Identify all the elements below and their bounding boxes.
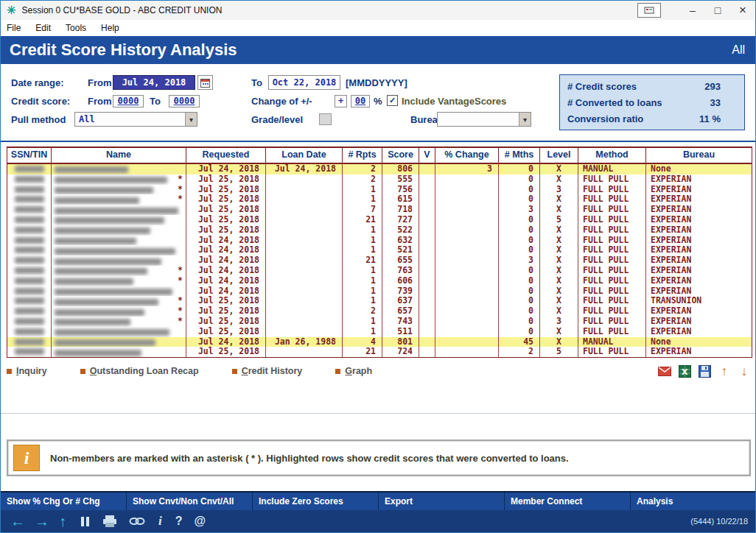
table-row[interactable]: *Jul 25, 201826570XFULL PULLEXPERIAN xyxy=(7,306,752,317)
cell-ssn xyxy=(7,266,52,276)
cell-bureau: EXPERIAN xyxy=(646,236,752,246)
table-row[interactable]: Jul 25, 201815220XFULL PULLEXPERIAN xyxy=(7,225,752,236)
fkey-include-zero-scores[interactable]: Include Zero Scores xyxy=(253,493,379,510)
action-button-graph[interactable]: Graph xyxy=(335,366,372,376)
cell-level: X xyxy=(540,225,578,236)
fkey-show-cnvt-non-cnvt-all[interactable]: Show Cnvt/Non Cnvt/All xyxy=(127,493,253,510)
cell-ssn xyxy=(7,286,52,297)
date-from-input[interactable]: Jul 24, 2018 xyxy=(113,75,195,90)
redacted-name xyxy=(55,309,144,316)
table-row[interactable]: *Jul 25, 2018174303FULL PULLEXPERIAN xyxy=(7,317,752,327)
table-row[interactable]: Jul 25, 20182172705FULL PULLEXPERIAN xyxy=(7,215,752,225)
table-row[interactable]: Jul 24, 2018Jul 24, 2018280630XMANUALNon… xyxy=(7,164,752,174)
cell-pct_change xyxy=(435,347,499,357)
column-header-v[interactable]: V xyxy=(419,148,435,163)
scroll-up-icon[interactable]: ↑ xyxy=(718,364,731,378)
bureau-select[interactable]: ▾ xyxy=(437,112,531,127)
column-header-rpts[interactable]: # Rpts xyxy=(343,148,382,163)
help-icon[interactable]: ? xyxy=(175,515,183,528)
cell-pct_change xyxy=(435,327,499,337)
pull-method-select[interactable]: All ▾ xyxy=(74,112,197,127)
grade-level-input[interactable] xyxy=(319,113,332,125)
action-button-credit-history[interactable]: Credit History xyxy=(232,366,303,376)
save-disk-icon[interactable] xyxy=(698,364,711,378)
table-row[interactable]: *Jul 25, 201816370XFULL PULLTRANSUNION xyxy=(7,296,752,306)
menu-item-tools[interactable]: Tools xyxy=(58,23,94,33)
column-header-mths[interactable]: # Mths xyxy=(499,148,540,163)
link-icon[interactable] xyxy=(129,517,145,526)
cell-loan_date xyxy=(266,194,343,205)
column-header-ssn-tin[interactable]: SSN/TIN xyxy=(7,148,52,163)
pdf-export-icon[interactable] xyxy=(658,364,671,378)
change-sign-input[interactable]: + xyxy=(335,95,347,107)
table-row[interactable]: Jul 24, 2018Jan 26, 1988480145XMANUALNon… xyxy=(7,337,752,347)
scroll-down-icon[interactable]: ↓ xyxy=(738,364,751,378)
column-header-score[interactable]: Score xyxy=(382,148,419,163)
table-row[interactable]: *Jul 24, 201817630XFULL PULLEXPERIAN xyxy=(7,266,752,276)
column-header-change[interactable]: % Change xyxy=(435,148,499,163)
column-header-name[interactable]: Name xyxy=(52,148,186,163)
forward-arrow-icon[interactable]: → xyxy=(35,514,49,529)
action-button-inquiry[interactable]: Inquiry xyxy=(7,366,47,376)
pause-icon[interactable] xyxy=(81,517,89,526)
table-row[interactable]: *Jul 24, 201816060XFULL PULLEXPERIAN xyxy=(7,276,752,286)
column-header-method[interactable]: Method xyxy=(578,148,646,163)
cell-requested: Jul 25, 2018 xyxy=(186,327,266,337)
credit-score-label: Credit score: xyxy=(11,96,70,107)
cell-score: 743 xyxy=(382,317,419,327)
chevron-down-icon[interactable]: ▾ xyxy=(185,113,197,126)
cell-rpts: 2 xyxy=(343,306,382,317)
table-row[interactable]: *Jul 25, 201825550XFULL PULLEXPERIAN xyxy=(7,174,752,185)
cell-requested: Jul 25, 2018 xyxy=(186,215,266,225)
credit-to-input[interactable]: 0000 xyxy=(169,95,200,107)
email-at-icon[interactable]: @ xyxy=(195,515,206,528)
table-row[interactable]: *Jul 25, 201816150XFULL PULLEXPERIAN xyxy=(7,194,752,205)
date-to-input[interactable]: Oct 22, 2018 xyxy=(268,75,340,90)
column-header-loan-date[interactable]: Loan Date xyxy=(266,148,343,163)
fkey-analysis[interactable]: Analysis xyxy=(631,493,755,510)
cell-mths: 0 xyxy=(499,245,540,255)
close-button[interactable]: × xyxy=(730,1,755,19)
cell-requested: Jul 24, 2018 xyxy=(186,276,266,286)
column-header-level[interactable]: Level xyxy=(540,148,578,163)
minimize-button[interactable]: – xyxy=(680,1,705,19)
cell-mths: 0 xyxy=(499,296,540,306)
table-row[interactable]: Jul 24, 201816320XFULL PULLEXPERIAN xyxy=(7,236,752,246)
non-member-asterisk: * xyxy=(178,185,183,195)
up-arrow-icon[interactable]: ↑ xyxy=(59,514,66,529)
table-row[interactable]: Jul 24, 201815210XFULL PULLEXPERIAN xyxy=(7,245,752,255)
calendar-button[interactable] xyxy=(197,75,213,90)
excel-export-icon[interactable]: X xyxy=(678,364,691,378)
cell-bureau: EXPERIAN xyxy=(646,347,752,357)
printer-icon[interactable] xyxy=(102,515,117,527)
maximize-button[interactable]: □ xyxy=(705,1,730,19)
chevron-down-icon[interactable]: ▾ xyxy=(519,113,531,126)
screen-switch-button[interactable] xyxy=(637,3,661,18)
column-header-requested[interactable]: Requested xyxy=(186,148,266,163)
fkey-show-chg-or-chg[interactable]: Show % Chg Or # Chg xyxy=(1,493,127,510)
cell-ssn xyxy=(7,337,52,347)
cell-name: * xyxy=(52,185,186,195)
include-vantage-checkbox[interactable]: ✓ xyxy=(387,95,398,106)
menu-item-help[interactable]: Help xyxy=(94,23,127,33)
action-button-outstanding-loan-recap[interactable]: Outstanding Loan Recap xyxy=(80,366,199,376)
change-amount-input[interactable]: 00 xyxy=(351,95,370,107)
info-icon[interactable]: i xyxy=(158,514,162,529)
menu-item-file[interactable]: File xyxy=(1,23,28,33)
fkey-export[interactable]: Export xyxy=(379,493,505,510)
credit-from-input[interactable]: 0000 xyxy=(113,95,144,107)
table-row[interactable]: *Jul 25, 2018175603FULL PULLEXPERIAN xyxy=(7,185,752,195)
table-row[interactable]: Jul 24, 201817390XFULL PULLEXPERIAN xyxy=(7,286,752,297)
menu-item-edit[interactable]: Edit xyxy=(28,23,58,33)
cell-pct_change xyxy=(435,205,499,215)
cell-v xyxy=(419,296,435,306)
table-row[interactable]: Jul 25, 201877183XFULL PULLEXPERIAN xyxy=(7,205,752,215)
table-row[interactable]: Jul 24, 2018216553XFULL PULLEXPERIAN xyxy=(7,255,752,266)
fkey-member-connect[interactable]: Member Connect xyxy=(505,493,631,510)
table-row[interactable]: Jul 25, 201815110XFULL PULLEXPERIAN xyxy=(7,327,752,337)
cell-mths: 2 xyxy=(499,347,540,357)
column-header-bureau[interactable]: Bureau xyxy=(646,148,752,163)
back-arrow-icon[interactable]: ← xyxy=(10,514,25,529)
redacted-ssn xyxy=(15,278,44,284)
table-row[interactable]: Jul 25, 20182172425FULL PULLEXPERIAN xyxy=(7,347,752,357)
